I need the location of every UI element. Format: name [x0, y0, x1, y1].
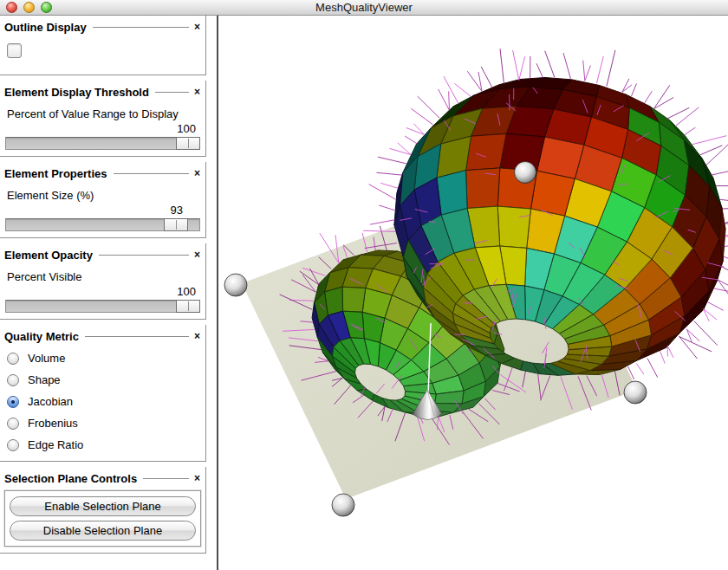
slider-thumb[interactable]	[176, 300, 200, 313]
sidebar-viewport-divider	[217, 15, 218, 570]
element-size-label: Element Size (%)	[7, 189, 201, 203]
panel-selection-plane-controls: Selection Plane Controls × Enable Select…	[0, 467, 206, 554]
panel-close-icon[interactable]: ×	[193, 249, 201, 260]
title-bar: MeshQualityViewer	[0, 0, 728, 16]
radio-volume[interactable]: Volume	[7, 347, 201, 369]
percent-visible-label: Percent Visible	[7, 270, 201, 284]
slider-track[interactable]	[5, 137, 200, 150]
radio-icon[interactable]	[7, 353, 19, 365]
radio-label: Frobenius	[28, 417, 78, 430]
panel-title: Element Display Threshold	[4, 86, 149, 99]
panel-element-opacity: Element Opacity × Percent Visible 100	[0, 243, 206, 320]
panel-close-icon[interactable]: ×	[193, 473, 201, 483]
radio-icon[interactable]	[7, 418, 19, 430]
threshold-slider[interactable]	[5, 137, 200, 150]
panel-rule	[93, 27, 189, 28]
radio-icon[interactable]	[7, 374, 19, 386]
threshold-value: 100	[177, 122, 196, 135]
radio-label: Jacobian	[28, 395, 73, 408]
radio-icon[interactable]	[7, 439, 19, 451]
mesh-scene[interactable]	[219, 15, 728, 570]
selection-plane-handle-0[interactable]	[224, 274, 247, 296]
panel-element-properties: Element Properties × Element Size (%) 93	[0, 162, 206, 238]
radio-jacobian[interactable]: Jacobian	[7, 391, 201, 412]
element-size-slider[interactable]	[5, 218, 200, 231]
panel-title: Quality Metric	[4, 330, 79, 343]
selection-plane-handle-2[interactable]	[624, 381, 647, 404]
outline-display-checkbox[interactable]	[7, 43, 22, 58]
radio-icon[interactable]	[7, 396, 19, 408]
radio-label: Volume	[28, 352, 65, 365]
slider-track[interactable]	[5, 300, 200, 313]
panel-close-icon[interactable]: ×	[193, 331, 201, 341]
panel-rule	[114, 173, 189, 174]
panel-rule	[85, 336, 189, 337]
panel-title: Selection Plane Controls	[4, 472, 137, 485]
element-size-value: 93	[171, 204, 183, 217]
threshold-label: Percent of Value Range to Display	[7, 107, 201, 121]
percent-visible-value: 100	[177, 285, 196, 298]
radio-edge-ratio[interactable]: Edge Ratio	[7, 434, 201, 456]
panel-rule	[143, 478, 189, 479]
panel-quality-metric: Quality Metric × Volume Shape Jacobian F…	[0, 325, 206, 462]
percent-visible-slider[interactable]	[5, 300, 200, 313]
radio-frobenius[interactable]: Frobenius	[7, 412, 201, 434]
radio-label: Edge Ratio	[28, 438, 83, 451]
selection-plane-button-box: Enable Selection Plane Disable Selection…	[4, 490, 201, 547]
panel-close-icon[interactable]: ×	[193, 168, 201, 178]
panel-rule	[155, 92, 189, 93]
slider-thumb[interactable]	[164, 218, 188, 231]
panel-close-icon[interactable]: ×	[193, 22, 201, 32]
slider-thumb[interactable]	[176, 137, 200, 150]
enable-selection-plane-button[interactable]: Enable Selection Plane	[10, 496, 196, 516]
selection-plane-handle-3[interactable]	[332, 494, 354, 516]
panel-title: Element Properties	[4, 167, 107, 180]
render-viewport[interactable]	[219, 15, 728, 570]
panel-title: Element Opacity	[4, 249, 93, 262]
panel-close-icon[interactable]: ×	[193, 87, 201, 97]
panel-title: Outline Display	[4, 21, 87, 34]
panel-element-display-threshold: Element Display Threshold × Percent of V…	[0, 81, 206, 157]
disable-selection-plane-button[interactable]: Disable Selection Plane	[10, 521, 196, 541]
panel-rule	[99, 255, 189, 256]
control-sidebar: Outline Display × Element Display Thresh…	[0, 16, 208, 570]
radio-label: Shape	[28, 373, 61, 386]
panel-outline-display: Outline Display ×	[0, 16, 206, 75]
selection-plane-handle-1[interactable]	[515, 162, 536, 184]
radio-shape[interactable]: Shape	[7, 369, 201, 391]
window-title: MeshQualityViewer	[0, 1, 728, 14]
